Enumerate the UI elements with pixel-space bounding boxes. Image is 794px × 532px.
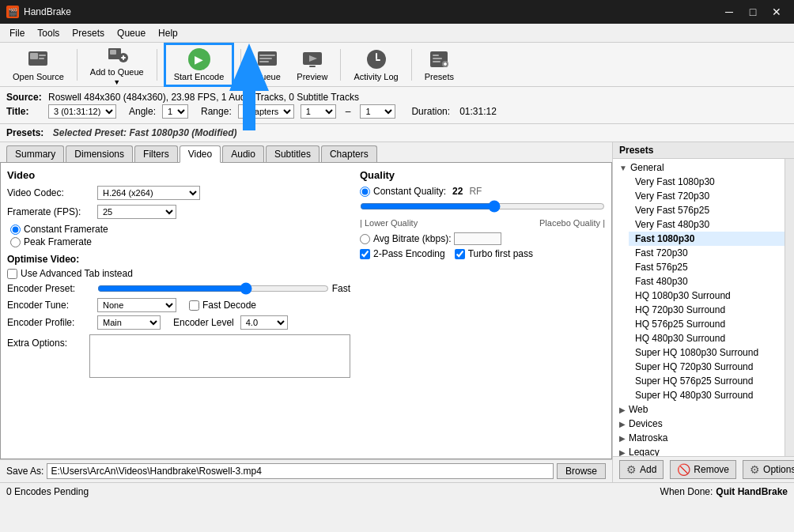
queue-icon <box>256 48 278 70</box>
presets-toolbar-button[interactable]: Presets <box>418 45 460 85</box>
add-preset-button[interactable]: ⚙ Add <box>619 460 664 479</box>
preset-item-0-5[interactable]: Fast 720p30 <box>629 246 785 260</box>
title-bar: 🎬 HandBrake ─ □ ✕ <box>0 0 794 24</box>
options-preset-button[interactable]: ⚙ Options <box>743 460 794 479</box>
start-encode-button[interactable]: ▶ Start Encode <box>164 43 235 87</box>
activity-log-button[interactable]: Activity Log <box>347 45 404 85</box>
tab-chapters[interactable]: Chapters <box>321 145 377 162</box>
turbo-first-checkbox[interactable] <box>455 249 465 259</box>
preset-group-devices[interactable]: ▶Devices <box>613 417 785 431</box>
preset-item-0-12[interactable]: Super HQ 1080p30 Surround <box>629 345 785 360</box>
preset-item-0-8[interactable]: HQ 1080p30 Surround <box>629 289 785 303</box>
bitrate-input[interactable] <box>454 232 501 245</box>
presets-selected-row: Presets: Selected Preset: Fast 1080p30 (… <box>0 124 794 142</box>
preset-item-0-7[interactable]: Fast 480p30 <box>629 274 785 289</box>
range-from-select[interactable]: 1 <box>301 104 336 119</box>
preset-group-header-3[interactable]: ▶Matroska <box>613 431 785 445</box>
remove-preset-button[interactable]: 🚫 Remove <box>670 460 736 479</box>
preset-item-0-13[interactable]: Super HQ 720p30 Surround <box>629 360 785 374</box>
optimize-title: Optimise Video: <box>7 254 350 265</box>
preview-button[interactable]: Preview <box>290 45 334 85</box>
preset-item-0-15[interactable]: Super HQ 480p30 Surround <box>629 388 785 402</box>
tab-dimensions[interactable]: Dimensions <box>66 145 133 162</box>
extra-options-textarea[interactable] <box>89 334 350 378</box>
save-as-input[interactable] <box>47 463 554 479</box>
open-source-button[interactable]: Open Source <box>6 45 70 85</box>
maximize-button[interactable]: □ <box>742 4 764 20</box>
preset-group-header-0[interactable]: ▼General <box>613 160 785 175</box>
title-select[interactable]: 3 (01:31:12) <box>48 104 116 119</box>
quality-slider[interactable] <box>360 200 605 213</box>
turbo-first-row: Turbo first pass <box>455 248 533 259</box>
range-type-select[interactable]: Chapters <box>238 104 294 119</box>
when-done-value: Quit HandBrake <box>716 486 788 497</box>
range-to-select[interactable]: 1 <box>360 104 395 119</box>
preset-group-matroska[interactable]: ▶Matroska <box>613 431 785 445</box>
encoder-profile-select[interactable]: Main <box>97 315 161 330</box>
constant-framerate-radio[interactable] <box>10 224 21 235</box>
preset-group-general[interactable]: ▼GeneralVery Fast 1080p30Very Fast 720p3… <box>613 160 785 402</box>
fast-decode-checkbox[interactable] <box>189 300 199 311</box>
menu-tools[interactable]: Tools <box>31 26 66 40</box>
two-pass-row: 2-Pass Encoding <box>360 248 445 259</box>
codec-row: Video Codec: H.264 (x264) <box>7 186 350 200</box>
encoder-preset-slider[interactable] <box>97 282 329 295</box>
preset-item-0-6[interactable]: Fast 576p25 <box>629 260 785 274</box>
quality-slider-row <box>360 200 605 215</box>
queue-button[interactable]: Queue <box>248 45 287 85</box>
two-pass-checkbox[interactable] <box>360 249 370 259</box>
tab-summary[interactable]: Summary <box>6 145 64 162</box>
menu-queue[interactable]: Queue <box>111 26 152 40</box>
preset-item-0-1[interactable]: Very Fast 720p30 <box>629 189 785 203</box>
presets-scrollbar[interactable] <box>785 159 794 456</box>
range-label: Range: <box>201 106 232 117</box>
preset-group-header-4[interactable]: ▶Legacy <box>613 445 785 456</box>
encoder-tune-select[interactable]: None <box>97 298 176 312</box>
menu-presets[interactable]: Presets <box>66 26 111 40</box>
avg-bitrate-radio[interactable] <box>360 234 370 244</box>
angle-select[interactable]: 1 <box>162 104 188 119</box>
add-to-queue-button[interactable]: Add to Queue ▼ <box>84 40 150 89</box>
encoder-tune-row: Encoder Tune: None Fast Decode <box>7 298 350 312</box>
codec-select[interactable]: H.264 (x264) <box>97 186 200 200</box>
preset-item-0-11[interactable]: HQ 480p30 Surround <box>629 331 785 345</box>
minimize-button[interactable]: ─ <box>718 4 740 20</box>
preset-group-header-2[interactable]: ▶Devices <box>613 417 785 431</box>
preset-item-0-3[interactable]: Very Fast 480p30 <box>629 217 785 232</box>
preset-item-0-10[interactable]: HQ 576p25 Surround <box>629 317 785 331</box>
svg-rect-25 <box>444 62 446 66</box>
constant-quality-radio[interactable] <box>360 187 370 197</box>
add-preset-icon: ⚙ <box>626 463 637 476</box>
menu-file[interactable]: File <box>3 26 31 40</box>
svg-rect-15 <box>309 66 316 67</box>
preset-item-0-9[interactable]: HQ 720p30 Surround <box>629 303 785 317</box>
svg-rect-20 <box>433 55 439 56</box>
tab-video[interactable]: Video <box>180 145 221 163</box>
preset-group-header-1[interactable]: ▶Web <box>613 402 785 417</box>
separator-3 <box>240 49 241 81</box>
browse-button[interactable]: Browse <box>557 463 606 479</box>
remove-preset-icon: 🚫 <box>677 463 690 476</box>
tab-subtitles[interactable]: Subtitles <box>266 145 319 162</box>
preset-group-web[interactable]: ▶Web <box>613 402 785 417</box>
source-value: Roswell 484x360 (484x360), 23.98 FPS, 1 … <box>48 92 359 103</box>
tab-filters[interactable]: Filters <box>134 145 178 162</box>
preset-group-label-2: Devices <box>629 418 663 429</box>
use-advanced-checkbox[interactable] <box>7 269 17 279</box>
remove-preset-label: Remove <box>694 464 729 475</box>
encoder-preset-value: Fast <box>332 283 350 294</box>
add-preset-label: Add <box>640 464 656 475</box>
close-button[interactable]: ✕ <box>766 4 788 20</box>
preset-item-0-14[interactable]: Super HQ 576p25 Surround <box>629 374 785 388</box>
menu-help[interactable]: Help <box>152 26 184 40</box>
peak-framerate-radio[interactable] <box>10 237 21 247</box>
preset-group-legacy[interactable]: ▶Legacy <box>613 445 785 456</box>
preset-item-0-4[interactable]: Fast 1080p30 <box>629 232 785 246</box>
start-encode-label: Start Encode <box>174 72 225 81</box>
preset-item-0-0[interactable]: Very Fast 1080p30 <box>629 175 785 189</box>
turbo-first-label: Turbo first pass <box>468 248 533 259</box>
tab-audio[interactable]: Audio <box>222 145 264 162</box>
framerate-select[interactable]: 25 <box>97 205 176 219</box>
preset-item-0-2[interactable]: Very Fast 576p25 <box>629 203 785 217</box>
encoder-level-select[interactable]: 4.0 <box>240 315 288 330</box>
